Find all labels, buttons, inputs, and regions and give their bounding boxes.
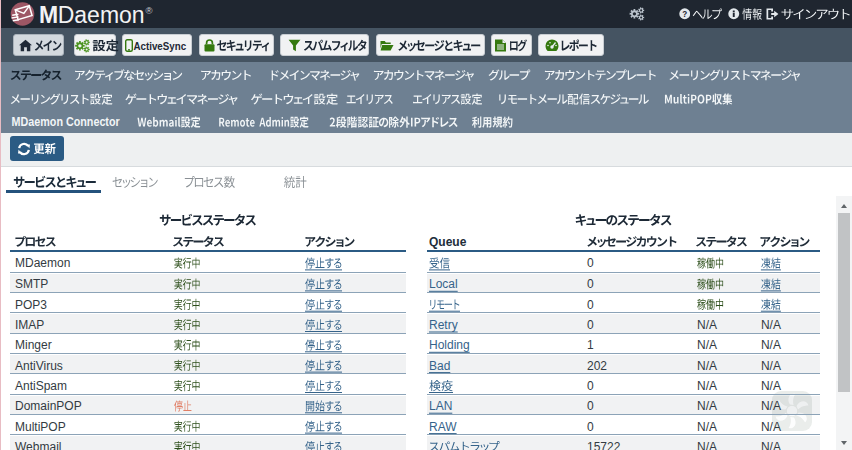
svg-text:0: 0: [587, 256, 594, 270]
svg-text:POP3: POP3: [15, 298, 47, 312]
svg-text:Local: Local: [429, 277, 458, 291]
svg-text:0: 0: [587, 379, 594, 393]
svg-text:0: 0: [587, 420, 594, 434]
svg-text:Minger: Minger: [15, 338, 52, 352]
svg-text:N/A: N/A: [697, 379, 717, 393]
svg-text:0: 0: [587, 298, 594, 312]
svg-text:0: 0: [587, 399, 594, 413]
svg-text:N/A: N/A: [697, 359, 717, 373]
svg-text:MDaemon Connector: MDaemon Connector: [12, 115, 120, 129]
svg-text:N/A: N/A: [697, 338, 717, 352]
svg-text:1: 1: [587, 338, 594, 352]
svg-text:Daemon: Daemon: [58, 2, 145, 28]
svg-text:N/A: N/A: [761, 420, 781, 434]
svg-text:N/A: N/A: [697, 420, 717, 434]
svg-text:Queue: Queue: [429, 235, 467, 249]
svg-text:N/A: N/A: [761, 379, 781, 393]
svg-text:N/A: N/A: [697, 399, 717, 413]
svg-text:ActiveSync: ActiveSync: [134, 40, 187, 52]
svg-text:0: 0: [587, 277, 594, 291]
svg-text:SMTP: SMTP: [15, 277, 48, 291]
svg-text:M: M: [39, 2, 58, 28]
svg-text:MDaemon: MDaemon: [15, 256, 70, 270]
svg-text:LAN: LAN: [429, 399, 452, 413]
svg-text:N/A: N/A: [761, 359, 781, 373]
svg-text:N/A: N/A: [761, 440, 781, 450]
svg-text:AntiVirus: AntiVirus: [15, 359, 63, 373]
svg-text:®: ®: [146, 5, 153, 16]
svg-text:Webmail: Webmail: [15, 440, 61, 450]
svg-text:N/A: N/A: [761, 338, 781, 352]
svg-text:202: 202: [587, 359, 607, 373]
svg-text:Bad: Bad: [429, 359, 450, 373]
svg-text:IMAP: IMAP: [15, 318, 44, 332]
svg-text:Retry: Retry: [429, 318, 458, 332]
svg-text:RAW: RAW: [429, 420, 457, 434]
svg-text:N/A: N/A: [761, 318, 781, 332]
svg-text:15722: 15722: [587, 440, 621, 450]
svg-text:AntiSpam: AntiSpam: [15, 379, 67, 393]
svg-text:DomainPOP: DomainPOP: [15, 399, 82, 413]
svg-text:Holding: Holding: [429, 338, 470, 352]
svg-text:N/A: N/A: [761, 399, 781, 413]
svg-text:N/A: N/A: [697, 440, 717, 450]
svg-text:MultiPOP: MultiPOP: [15, 420, 66, 434]
svg-text:N/A: N/A: [697, 318, 717, 332]
svg-text:0: 0: [587, 318, 594, 332]
